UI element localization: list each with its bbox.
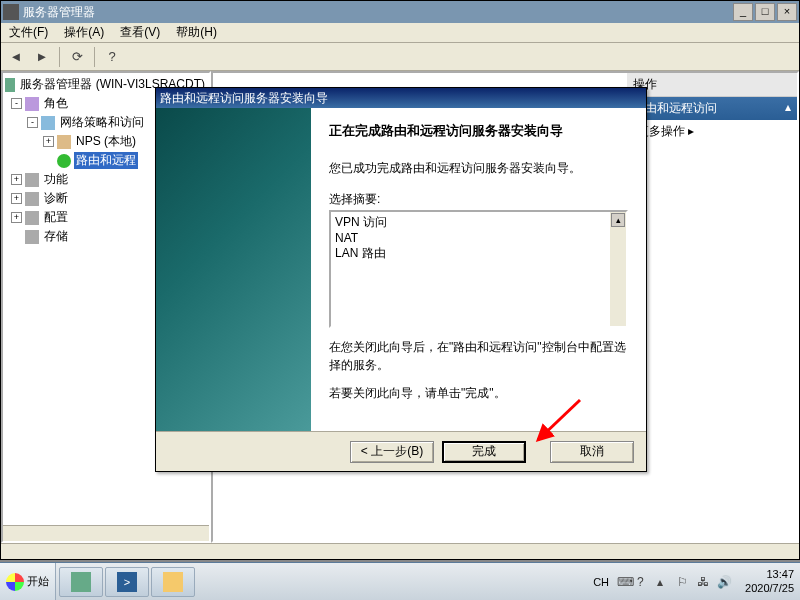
wizard-banner (156, 108, 311, 431)
wizard-success-message: 您已成功完成路由和远程访问服务器安装向导。 (329, 160, 628, 177)
clock-time: 13:47 (745, 568, 794, 581)
menubar: 文件(F) 操作(A) 查看(V) 帮助(H) (1, 23, 799, 43)
summary-label: 选择摘要: (329, 191, 628, 208)
expand-icon[interactable]: + (11, 193, 22, 204)
rras-setup-wizard: 路由和远程访问服务器安装向导 正在完成路由和远程访问服务器安装向导 您已成功完成… (155, 87, 647, 472)
expand-icon[interactable]: + (11, 212, 22, 223)
back-button[interactable]: ◄ (5, 46, 27, 68)
main-titlebar[interactable]: 服务器管理器 _ □ × (1, 1, 799, 23)
diagnostics-icon (25, 192, 39, 206)
wizard-title: 路由和远程访问服务器安装向导 (160, 90, 642, 107)
collapse-icon[interactable]: - (11, 98, 22, 109)
toolbar-separator (94, 47, 95, 67)
ime-indicator[interactable]: CH (593, 576, 609, 588)
forward-button[interactable]: ► (31, 46, 53, 68)
chevron-right-icon: ▸ (688, 124, 694, 138)
taskbar-item-explorer[interactable] (151, 567, 195, 597)
actions-title: 路由和远程访问 ▴ (627, 97, 797, 120)
scroll-up-icon[interactable]: ▴ (611, 213, 625, 227)
system-tray: CH ⌨ ? ▴ ⚐ 🖧 🔊 13:47 2020/7/25 (587, 563, 800, 600)
expand-icon[interactable]: + (43, 136, 54, 147)
feature-icon (25, 173, 39, 187)
volume-icon[interactable]: 🔊 (717, 575, 731, 589)
more-actions-item[interactable]: 更多操作 ▸ (627, 120, 797, 143)
role-icon (25, 97, 39, 111)
rras-icon (57, 154, 71, 168)
vertical-scrollbar[interactable]: ▴ (610, 212, 626, 326)
configuration-icon (25, 211, 39, 225)
menu-action[interactable]: 操作(A) (56, 22, 112, 43)
wizard-heading: 正在完成路由和远程访问服务器安装向导 (329, 122, 628, 140)
taskbar-item-server-manager[interactable] (59, 567, 103, 597)
menu-help[interactable]: 帮助(H) (168, 22, 225, 43)
server-icon (5, 78, 15, 92)
clock-date: 2020/7/25 (745, 582, 794, 595)
nps-icon (57, 135, 71, 149)
statusbar (1, 543, 799, 559)
expand-icon[interactable]: + (11, 174, 22, 185)
wizard-titlebar[interactable]: 路由和远程访问服务器安装向导 (156, 88, 646, 108)
start-label: 开始 (27, 574, 49, 589)
collapse-icon[interactable]: - (27, 117, 38, 128)
action-center-icon[interactable]: ⚐ (677, 575, 691, 589)
refresh-button[interactable]: ⟳ (66, 46, 88, 68)
clock[interactable]: 13:47 2020/7/25 (739, 568, 794, 594)
actions-header: 操作 (627, 73, 797, 97)
policy-icon (41, 116, 55, 130)
keyboard-icon[interactable]: ⌨ (617, 575, 631, 589)
storage-icon (25, 230, 39, 244)
toolbar: ◄ ► ⟳ ? (1, 43, 799, 71)
maximize-button[interactable]: □ (755, 3, 775, 21)
network-icon[interactable]: 🖧 (697, 575, 711, 589)
help-button[interactable]: ? (101, 46, 123, 68)
menu-view[interactable]: 查看(V) (112, 22, 168, 43)
wizard-note-2: 若要关闭此向导，请单击"完成"。 (329, 384, 628, 402)
cancel-button[interactable]: 取消 (550, 441, 634, 463)
start-button[interactable]: 开始 (0, 563, 56, 600)
close-button[interactable]: × (777, 3, 797, 21)
help-icon[interactable]: ? (637, 575, 651, 589)
minimize-button[interactable]: _ (733, 3, 753, 21)
summary-item[interactable]: LAN 路由 (335, 245, 622, 262)
taskbar: 开始 > CH ⌨ ? ▴ ⚐ 🖧 🔊 13:47 2020/7/25 (0, 562, 800, 600)
wizard-button-row: < 上一步(B) 完成 取消 (156, 431, 646, 471)
summary-listbox[interactable]: VPN 访问 NAT LAN 路由 ▴ (329, 210, 628, 328)
chevron-up-icon[interactable]: ▴ (785, 100, 791, 117)
summary-item[interactable]: VPN 访问 (335, 214, 622, 231)
actions-pane: 操作 路由和远程访问 ▴ 更多操作 ▸ (627, 73, 797, 143)
tray-chevron-icon[interactable]: ▴ (657, 575, 671, 589)
main-title: 服务器管理器 (23, 4, 733, 21)
wizard-note-1: 在您关闭此向导后，在"路由和远程访问"控制台中配置选择的服务。 (329, 338, 628, 374)
back-button[interactable]: < 上一步(B) (350, 441, 434, 463)
wizard-content: 正在完成路由和远程访问服务器安装向导 您已成功完成路由和远程访问服务器安装向导。… (311, 108, 646, 431)
taskbar-item-powershell[interactable]: > (105, 567, 149, 597)
windows-logo-icon (6, 573, 24, 591)
finish-button[interactable]: 完成 (442, 441, 526, 463)
app-icon (3, 4, 19, 20)
toolbar-separator (59, 47, 60, 67)
horizontal-scrollbar[interactable] (3, 525, 209, 541)
summary-item[interactable]: NAT (335, 231, 622, 245)
menu-file[interactable]: 文件(F) (1, 22, 56, 43)
